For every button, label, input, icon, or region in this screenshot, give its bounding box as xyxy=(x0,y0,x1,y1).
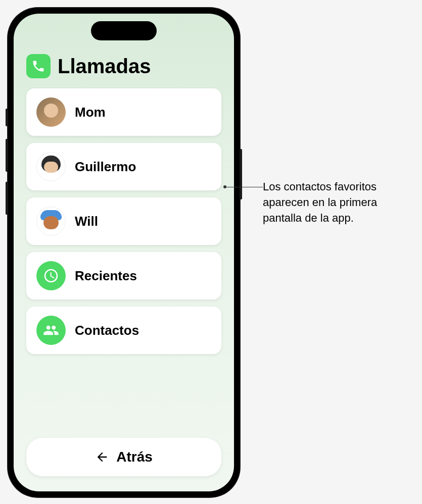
avatar xyxy=(36,97,66,127)
favorite-contact-guillermo[interactable]: Guillermo xyxy=(26,143,221,190)
dynamic-island xyxy=(91,21,157,40)
side-button xyxy=(240,149,242,199)
avatar xyxy=(36,152,66,181)
contact-name: Mom xyxy=(75,105,106,120)
volume-down xyxy=(6,182,8,215)
back-button[interactable]: Atrás xyxy=(26,438,221,476)
callout-text: Los contactos favoritos aparecen en la p… xyxy=(263,179,414,226)
contact-name: Guillermo xyxy=(75,159,136,175)
recents-button[interactable]: Recientes xyxy=(26,252,221,299)
people-icon xyxy=(36,316,66,345)
contacts-label: Contactos xyxy=(75,323,139,338)
back-label: Atrás xyxy=(116,449,153,465)
avatar xyxy=(36,207,66,236)
arrow-left-icon xyxy=(95,450,109,464)
callout: Los contactos favoritos aparecen en la p… xyxy=(263,179,414,226)
contacts-button[interactable]: Contactos xyxy=(26,307,221,354)
list-container: Mom Guillermo Will Recientes xyxy=(14,88,234,428)
callout-line xyxy=(225,187,263,187)
contact-name: Will xyxy=(75,214,98,229)
clock-icon xyxy=(36,261,66,290)
volume-up xyxy=(6,139,8,172)
phone-frame: Llamadas Mom Guillermo Will xyxy=(8,8,240,497)
page-title: Llamadas xyxy=(58,55,151,78)
recents-label: Recientes xyxy=(75,268,137,284)
mute-switch xyxy=(6,109,8,126)
phone-app-icon xyxy=(26,54,51,78)
phone-icon xyxy=(31,59,45,73)
favorite-contact-will[interactable]: Will xyxy=(26,197,221,245)
favorite-contact-mom[interactable]: Mom xyxy=(26,88,221,136)
phone-screen: Llamadas Mom Guillermo Will xyxy=(14,14,234,491)
